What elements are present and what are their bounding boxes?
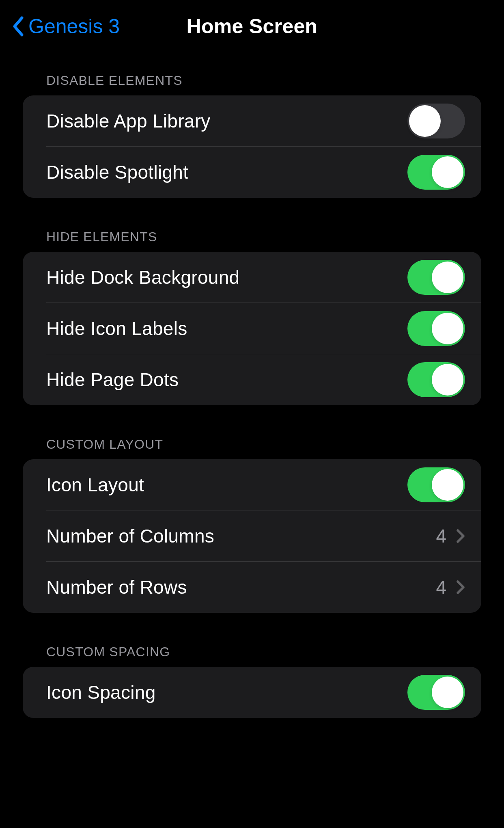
toggle-icon-layout[interactable] (407, 467, 465, 502)
back-button[interactable]: Genesis 3 (12, 15, 120, 38)
row-label: Hide Icon Labels (46, 318, 187, 339)
row-disable-spotlight: Disable Spotlight (23, 147, 481, 198)
row-disable-app-library: Disable App Library (23, 95, 481, 147)
section-header: Disable Elements (23, 73, 481, 95)
group-disable-elements: Disable App Library Disable Spotlight (23, 95, 481, 198)
toggle-knob (432, 364, 463, 396)
toggle-disable-spotlight[interactable] (407, 155, 465, 190)
row-label: Disable Spotlight (46, 161, 188, 183)
toggle-knob (409, 105, 441, 137)
row-value: 4 (436, 576, 446, 598)
group-custom-layout: Icon Layout Number of Columns 4 Numb (23, 459, 481, 613)
toggle-hide-page-dots[interactable] (407, 362, 465, 397)
row-hide-icon-labels: Hide Icon Labels (23, 303, 481, 354)
row-hide-dock-background: Hide Dock Background (23, 252, 481, 303)
toggle-icon-spacing[interactable] (407, 675, 465, 710)
row-hide-page-dots: Hide Page Dots (23, 354, 481, 405)
nav-bar: Genesis 3 Home Screen (0, 0, 504, 53)
row-label: Number of Rows (46, 576, 187, 598)
toggle-hide-icon-labels[interactable] (407, 311, 465, 346)
group-custom-spacing: Icon Spacing (23, 667, 481, 718)
chevron-left-icon (12, 16, 24, 37)
group-hide-elements: Hide Dock Background Hide Icon Labels Hi… (23, 252, 481, 405)
row-number-of-rows[interactable]: Number of Rows 4 (23, 562, 481, 613)
toggle-hide-dock-background[interactable] (407, 260, 465, 295)
chevron-right-icon (456, 580, 465, 595)
toggle-knob (432, 313, 463, 344)
toggle-knob (432, 156, 463, 188)
section-custom-spacing: Custom Spacing Icon Spacing (23, 644, 481, 718)
section-hide-elements: Hide Elements Hide Dock Background Hide … (23, 229, 481, 405)
row-label: Number of Columns (46, 525, 214, 547)
row-label: Hide Page Dots (46, 369, 179, 391)
row-label: Icon Layout (46, 474, 144, 496)
section-header: Custom Spacing (23, 644, 481, 667)
row-number-of-columns[interactable]: Number of Columns 4 (23, 510, 481, 562)
toggle-knob (432, 262, 463, 293)
section-header: Hide Elements (23, 229, 481, 252)
toggle-knob (432, 469, 463, 501)
section-disable-elements: Disable Elements Disable App Library Dis… (23, 73, 481, 198)
row-label: Disable App Library (46, 110, 211, 132)
toggle-knob (432, 677, 463, 708)
page-title: Home Screen (187, 15, 318, 38)
row-icon-layout: Icon Layout (23, 459, 481, 510)
row-value: 4 (436, 525, 446, 547)
row-right: 4 (436, 525, 465, 547)
toggle-disable-app-library[interactable] (407, 104, 465, 138)
row-label: Icon Spacing (46, 681, 156, 703)
row-right: 4 (436, 576, 465, 598)
chevron-right-icon (456, 529, 465, 543)
section-custom-layout: Custom Layout Icon Layout Number of Colu… (23, 437, 481, 613)
settings-content: Disable Elements Disable App Library Dis… (0, 53, 504, 718)
row-icon-spacing: Icon Spacing (23, 667, 481, 718)
row-label: Hide Dock Background (46, 266, 239, 288)
back-button-label: Genesis 3 (28, 15, 120, 38)
section-header: Custom Layout (23, 437, 481, 459)
